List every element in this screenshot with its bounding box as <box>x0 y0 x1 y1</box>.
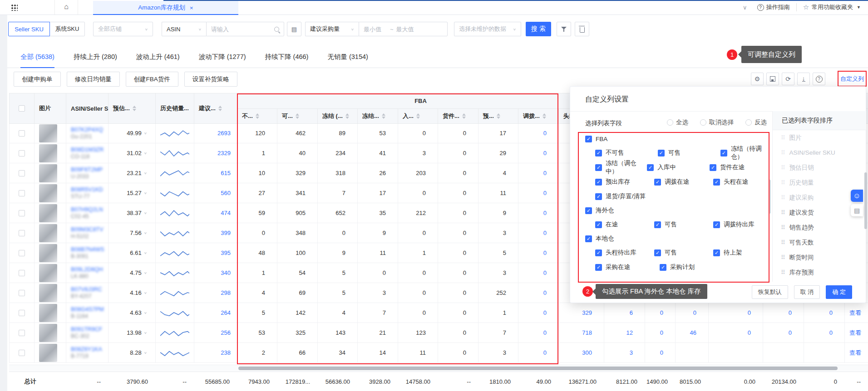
asin-link[interactable]: B09L2D6QH <box>71 266 103 273</box>
sort-arrows-icon[interactable] <box>345 113 349 119</box>
fba-value-cell[interactable]: 0 <box>518 123 559 143</box>
suggested-purchase-cell[interactable]: 340 <box>194 263 237 283</box>
sort-item-8[interactable]: ⠿断货时间 <box>773 250 866 265</box>
extra-value-cell[interactable]: 329 <box>559 303 604 323</box>
extra-value-cell[interactable]: 6 <box>604 303 645 323</box>
asin-link[interactable]: B091TR9CF <box>71 326 102 333</box>
extra-value-cell[interactable] <box>709 343 763 363</box>
guide-link[interactable]: 操作指南 <box>766 3 790 11</box>
max-value-input[interactable] <box>396 26 420 33</box>
asin-link[interactable]: B09F6T2MP <box>71 166 103 173</box>
filter-tab-5[interactable]: 无销量(3154) <box>327 45 368 68</box>
field-checkbox-item[interactable]: ✓冻结（调仓中） <box>595 159 647 176</box>
suggested-purchase-cell[interactable]: 256 <box>194 323 237 343</box>
field-checkbox-item[interactable]: ✓入库中 <box>647 163 710 171</box>
field-checkbox-item[interactable]: ✓在途 <box>595 220 654 229</box>
field-checkbox-item[interactable]: ✓调拨在途 <box>654 178 713 186</box>
asin-cell[interactable]: B08Z6Y1KAB-7719 <box>66 343 108 363</box>
drag-handle-icon[interactable]: ⠿ <box>781 269 785 276</box>
row-checkbox[interactable] <box>19 250 25 256</box>
row-checkbox[interactable] <box>19 270 25 276</box>
field-checkbox-item[interactable]: ✓头程在途 <box>713 178 772 186</box>
metric-select[interactable]: 建议采购量∨ <box>305 22 359 36</box>
row-checkbox[interactable] <box>19 210 25 216</box>
field-checkbox-item[interactable]: ✓可售 <box>654 249 713 257</box>
asin-link[interactable]: B07H9Q2LN <box>71 206 103 213</box>
extra-value-cell[interactable]: 0 <box>804 323 845 343</box>
row-checkbox[interactable] <box>19 350 25 356</box>
sort-arrows-icon[interactable] <box>256 113 259 119</box>
field-checkbox-item[interactable]: ✓可售 <box>658 149 720 157</box>
fba-value-cell[interactable]: 0 <box>518 303 559 323</box>
radio-1[interactable]: 取消选择 <box>700 118 734 127</box>
extra-value-cell[interactable] <box>804 343 845 363</box>
extra-value-cell[interactable]: 718 <box>559 323 604 343</box>
sort-arrows-icon[interactable] <box>542 113 546 119</box>
checkbox-checked-icon[interactable]: ✓ <box>585 136 592 142</box>
asin-link[interactable]: B09M3C8TV <box>71 226 104 233</box>
fba-value-cell[interactable]: 0 <box>518 243 559 263</box>
chevron-down-icon[interactable]: ∨ <box>144 152 147 155</box>
asin-link[interactable]: B08R5V1KD <box>71 186 103 193</box>
chevron-down-icon[interactable]: ∨ <box>144 231 147 235</box>
unmaintained-data-select[interactable]: 选择未维护的数据∨ <box>454 22 521 36</box>
product-image[interactable] <box>39 184 57 202</box>
sort-arrows-icon[interactable] <box>296 113 299 119</box>
column-header-2[interactable]: 预估... <box>108 93 156 124</box>
field-checkbox-item[interactable]: ✓头程待出库 <box>595 249 654 257</box>
search-icon[interactable] <box>274 27 279 32</box>
action-button-2[interactable]: 创建FBA货件 <box>126 72 178 87</box>
fba-column-header-4[interactable]: 入... <box>398 109 438 124</box>
home-tab[interactable]: ⌂ <box>54 0 78 15</box>
asin-cell[interactable]: B07H9Q2LNC02-45 <box>66 203 108 223</box>
product-image[interactable] <box>39 304 57 322</box>
suggested-purchase-cell[interactable]: 298 <box>194 283 237 303</box>
fba-value-cell[interactable]: 0 <box>518 143 559 163</box>
sort-item-9[interactable]: ⠿库存预测 <box>773 265 866 280</box>
product-image[interactable] <box>39 284 57 302</box>
asin-cell[interactable]: B07K2P4XQGu-2201 <box>66 123 108 143</box>
extra-value-cell[interactable]: 0 <box>763 323 804 343</box>
sort-arrows-icon[interactable] <box>382 113 385 119</box>
extra-value-cell[interactable]: 46 <box>676 323 709 343</box>
suggested-purchase-cell[interactable]: 2329 <box>194 143 237 163</box>
extra-value-cell[interactable]: 0 <box>804 303 845 323</box>
row-checkbox[interactable] <box>19 330 25 336</box>
fba-value-cell[interactable]: 0 <box>518 223 559 243</box>
row-checkbox[interactable] <box>19 230 25 236</box>
delete-button[interactable] <box>575 22 589 36</box>
store-select[interactable]: 全部店铺∨ <box>93 22 153 36</box>
save-view-button[interactable] <box>766 73 779 85</box>
chevron-down-icon[interactable]: ∨ <box>144 171 147 175</box>
field-checkbox-item[interactable]: ✓退货/弃置/清算 <box>595 192 646 200</box>
product-image[interactable] <box>39 324 57 342</box>
row-checkbox[interactable] <box>19 150 25 156</box>
drag-handle-icon[interactable]: ⠿ <box>781 209 785 216</box>
chevron-down-icon[interactable]: ∨ <box>144 211 147 215</box>
checkbox-checked-icon[interactable]: ✓ <box>585 207 592 214</box>
asin-link[interactable]: B07V8J3RC <box>71 286 102 293</box>
asin-link[interactable]: B07K2P4XQ <box>71 127 103 133</box>
product-image[interactable] <box>39 144 57 162</box>
field-checkbox-item[interactable]: ✓待上架 <box>713 249 772 257</box>
row-checkbox[interactable] <box>19 290 25 296</box>
extra-value-cell[interactable]: 3 <box>604 343 645 363</box>
inventory-forecast-cell[interactable]: 查看 <box>845 323 868 343</box>
favorites-link[interactable]: 常用功能收藏夹 <box>812 3 853 11</box>
product-image[interactable] <box>39 344 57 362</box>
chevron-down-icon[interactable]: ∨ <box>144 132 147 135</box>
extra-value-cell[interactable]: 0 <box>676 303 709 323</box>
extra-value-cell[interactable]: 0 <box>709 323 763 343</box>
radio-0[interactable]: 全选 <box>667 118 688 127</box>
fba-value-cell[interactable]: 0 <box>518 263 559 283</box>
fba-value-cell[interactable]: 0 <box>518 203 559 223</box>
product-image[interactable] <box>39 224 57 242</box>
seller-sku-toggle[interactable]: Seller SKU <box>8 22 50 36</box>
field-checkbox-item[interactable]: ✓采购计划 <box>660 263 724 271</box>
drag-handle-icon[interactable]: ⠿ <box>781 224 785 231</box>
row-checkbox[interactable] <box>19 190 25 196</box>
extra-value-cell[interactable] <box>763 343 804 363</box>
drag-handle-icon[interactable]: ⠿ <box>781 239 785 246</box>
suggested-purchase-cell[interactable]: 474 <box>194 203 237 223</box>
suggested-purchase-cell[interactable]: 2693 <box>194 123 237 143</box>
